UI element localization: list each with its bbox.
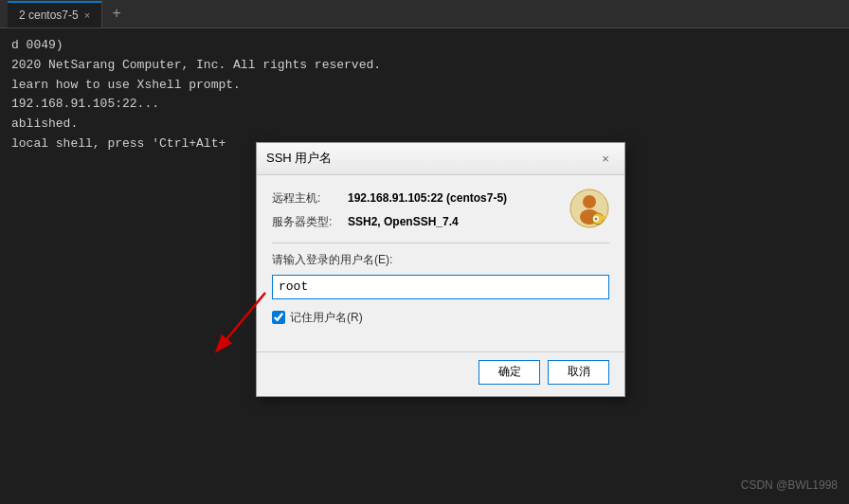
tab-close-icon[interactable]: × [84,9,90,21]
svg-rect-10 [604,216,605,218]
remember-username-checkbox[interactable] [272,311,285,324]
tab-label: 2 centos7-5 [19,9,79,22]
server-type-value: SSH2, OpenSSH_7.4 [348,213,560,231]
svg-point-7 [595,217,598,220]
remember-username-label[interactable]: 记住用户名(R) [290,309,363,327]
ssh-dialog: SSH 用户名 × 远程主机: 192.168.91.105:22 (cento… [256,142,625,397]
username-input[interactable] [272,275,609,299]
new-tab-button[interactable]: + [106,4,127,25]
terminal-line-4: learn how to use Xshell prompt. [11,76,838,96]
info-section: 远程主机: 192.168.91.105:22 (centos7-5) 服务器类… [272,187,609,235]
dialog-footer: 确定 取消 [257,351,624,396]
info-left: 远程主机: 192.168.91.105:22 (centos7-5) 服务器类… [272,187,560,234]
divider-1 [272,243,609,243]
cancel-button[interactable]: 取消 [548,360,609,385]
terminal-area: d 0049) 2020 NetSarang Computer, Inc. Al… [0,28,849,504]
dialog-title: SSH 用户名 [266,149,332,169]
dialog-body: 远程主机: 192.168.91.105:22 (centos7-5) 服务器类… [257,175,624,351]
svg-point-3 [583,195,596,208]
terminal-line-2: 2020 NetSarang Computer, Inc. All rights… [11,56,838,76]
terminal-line-6: 192.168.91.105:22... [11,95,838,115]
dialog-titlebar: SSH 用户名 × [257,143,624,175]
remote-host-value: 192.168.91.105:22 (centos7-5) [348,189,560,207]
watermark: CSDN @BWL1998 [741,477,838,495]
terminal-line-1: d 0049) [11,36,838,56]
username-input-label: 请输入登录的用户名(E): [272,251,609,269]
remote-host-row: 远程主机: 192.168.91.105:22 (centos7-5) [272,187,560,210]
remember-username-row: 记住用户名(R) [272,309,609,327]
server-type-row: 服务器类型: SSH2, OpenSSH_7.4 [272,210,560,234]
title-bar: 2 centos7-5 × + [0,0,849,28]
user-icon [569,189,609,235]
svg-rect-8 [599,218,605,220]
server-type-label: 服务器类型: [272,213,348,231]
tab-centos7-5[interactable]: 2 centos7-5 × [8,1,102,27]
terminal-line-7: ablished. [11,115,838,135]
dialog-close-button[interactable]: × [596,149,615,168]
svg-rect-9 [602,216,604,218]
remote-host-label: 远程主机: [272,189,348,207]
confirm-button[interactable]: 确定 [479,360,540,385]
